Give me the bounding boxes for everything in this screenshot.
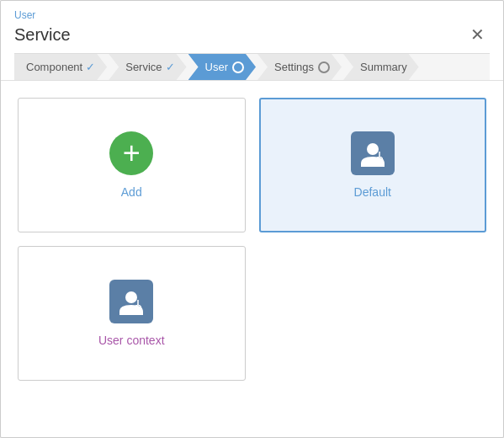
step-label-user: User (205, 61, 228, 73)
step-label-component: Component (26, 61, 82, 73)
step-check-component: ✓ (86, 61, 95, 73)
add-label: Add (121, 185, 142, 199)
breadcrumb: User (14, 9, 490, 21)
svg-point-3 (125, 291, 137, 303)
user-context-icon-box (109, 280, 153, 323)
step-circle-user (232, 61, 244, 73)
dialog-content: + Add Default (1, 81, 503, 437)
svg-point-4 (135, 305, 141, 312)
dialog-header: User Service ✕ Component ✓ Service ✓ Use… (1, 1, 503, 81)
step-check-service: ✓ (166, 61, 175, 73)
wizard-steps: Component ✓ Service ✓ User Settings Summ… (14, 53, 490, 80)
user-context-label: User context (98, 334, 165, 347)
step-label-settings: Settings (274, 61, 314, 73)
card-user-context[interactable]: User context (18, 246, 246, 381)
dialog-title: Service (14, 25, 71, 45)
step-label-service: Service (125, 61, 162, 73)
wizard-step-settings[interactable]: Settings (257, 54, 342, 80)
wizard-step-summary[interactable]: Summary (343, 54, 419, 80)
wizard-step-component[interactable]: Component ✓ (14, 54, 107, 80)
default-user-icon (358, 138, 388, 168)
step-label-summary: Summary (360, 61, 407, 73)
wizard-step-service[interactable]: Service ✓ (109, 54, 186, 80)
title-row: Service ✕ (14, 24, 490, 45)
user-context-icon (116, 286, 146, 317)
dialog: User Service ✕ Component ✓ Service ✓ Use… (0, 0, 504, 438)
plus-sign: + (123, 138, 141, 168)
add-icon: + (109, 131, 153, 175)
svg-point-1 (376, 157, 383, 163)
step-circle-settings (318, 61, 330, 73)
card-default[interactable]: Default (259, 98, 487, 232)
card-add[interactable]: + Add (18, 98, 246, 232)
cards-grid: + Add Default (18, 98, 486, 381)
svg-point-0 (367, 143, 379, 155)
wizard-step-user[interactable]: User (188, 54, 256, 80)
default-user-icon-box (351, 131, 395, 175)
close-button[interactable]: ✕ (465, 24, 490, 45)
default-label: Default (354, 185, 391, 199)
